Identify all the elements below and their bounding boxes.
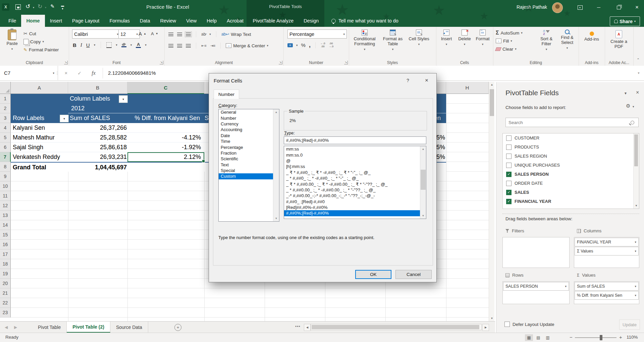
area-pill--diff-from-kalyani-sen[interactable]: % Diff. from Kalyani Sen▾	[575, 291, 639, 300]
fields-scroll-down-icon[interactable]: ▼	[634, 203, 639, 209]
format-code-item[interactable]: [Red]##,#0%-#,##0%	[284, 205, 420, 210]
field-item-products[interactable]: PRODUCTS	[503, 142, 639, 152]
font-size-combo[interactable]: 12▾	[118, 30, 140, 39]
number-format-combo[interactable]: Percentage▾	[287, 30, 347, 39]
scroll-up-icon[interactable]: ▲	[489, 82, 495, 88]
category-scroll-up-icon[interactable]: ▲	[273, 109, 279, 115]
field-item-unique-purchases[interactable]: UNIQUE PURCHASES	[503, 161, 639, 170]
pivot-sales-cell[interactable]: 25,28,582	[68, 133, 128, 142]
area-pill--values[interactable]: Σ Values▾	[575, 247, 639, 255]
cancel-button[interactable]: Cancel	[395, 270, 432, 279]
field-item-financial-year[interactable]: ✓FINANCIAL YEAR	[503, 197, 639, 206]
select-all-corner[interactable]	[0, 82, 11, 94]
align-middle-icon[interactable]	[177, 33, 182, 36]
update-button[interactable]: Update	[619, 320, 640, 330]
column-labels-filter-icon[interactable]: ▾	[119, 95, 128, 103]
row-header-11[interactable]: 11	[0, 191, 11, 201]
tab-pivottable-analyze[interactable]: PivotTable Analyze	[248, 15, 299, 27]
zoom-slider-track[interactable]	[575, 337, 616, 338]
fill-handle[interactable]	[202, 160, 205, 163]
borders-caret-icon[interactable]: ▾	[116, 43, 117, 47]
align-left-icon[interactable]	[168, 44, 173, 48]
format-code-item[interactable]: mm:ss	[284, 146, 420, 152]
grow-font-button[interactable]: A▲	[139, 30, 146, 38]
tab-acrobat[interactable]: Acrobat	[222, 15, 249, 27]
tab-design[interactable]: Design	[299, 15, 324, 27]
orientation-icon[interactable]: ab̷	[201, 32, 206, 37]
pill-caret-icon[interactable]: ▾	[635, 294, 636, 297]
format-code-item[interactable]: #,##0%;[Red]-#,##0%	[284, 210, 420, 216]
zoom-out-icon[interactable]: −	[570, 334, 573, 340]
tab-review[interactable]: Review	[155, 15, 181, 27]
ok-button[interactable]: OK	[355, 270, 391, 279]
undo-caret-icon[interactable]: ▾	[33, 6, 34, 9]
column-header-A[interactable]: A	[11, 82, 68, 94]
horizontal-scroll-thumb[interactable]	[312, 325, 479, 329]
autosum-button[interactable]: ΣAutoSum▾	[496, 29, 523, 37]
tab-help[interactable]: Help	[202, 15, 222, 27]
clipboard-launcher-icon[interactable]: ↘	[64, 61, 68, 64]
hscroll-left-icon[interactable]: ◀	[304, 324, 311, 331]
orientation-caret-icon[interactable]: ▾	[209, 33, 211, 36]
pill-caret-icon[interactable]: ▾	[635, 240, 636, 244]
code-scroll-up-icon[interactable]: ▲	[420, 146, 426, 152]
tab-file[interactable]: File	[3, 15, 21, 27]
pivot-sales-cell[interactable]: 26,37,266	[68, 123, 128, 133]
row-header-16[interactable]: 16	[0, 240, 11, 249]
field-checkbox[interactable]: ✓	[506, 199, 512, 204]
values-area[interactable]: Sum of SALES▾% Diff. from Kalyani Sen▾	[574, 281, 639, 304]
normal-view-icon[interactable]: ▦	[525, 334, 533, 341]
qat-customize-icon[interactable]: ▬▾	[61, 4, 64, 10]
horizontal-scrollbar[interactable]	[311, 324, 482, 330]
excel-app-icon[interactable]: X	[2, 3, 9, 11]
row-header-15[interactable]: 15	[0, 230, 11, 240]
tab-formulas[interactable]: Formulas	[104, 15, 135, 27]
sheet-nav-left-icon[interactable]: ◀	[5, 322, 8, 333]
insert-function-icon[interactable]: fx	[88, 66, 99, 80]
pill-caret-icon[interactable]: ▾	[635, 285, 636, 288]
category-item-currency[interactable]: Currency	[219, 121, 275, 127]
pivot-name-cell[interactable]: Sajal Singh	[13, 142, 43, 152]
hscroll-right-icon[interactable]: ▶	[482, 324, 489, 331]
row-header-2[interactable]: 2	[0, 104, 11, 113]
new-sheet-button[interactable]: +	[174, 324, 181, 331]
fill-button[interactable]: ↓Fill▾	[496, 37, 523, 45]
gear-caret-icon[interactable]: ▾	[633, 105, 634, 108]
vertical-scroll-thumb[interactable]	[490, 89, 494, 116]
align-bottom-icon[interactable]	[186, 33, 191, 36]
insert-cells-button[interactable]: ◂ Insert▾	[438, 30, 455, 46]
format-code-item[interactable]: mm:ss.0	[284, 152, 420, 158]
collapse-ribbon-icon[interactable]: ⌃	[637, 58, 640, 62]
field-checkbox[interactable]	[506, 145, 512, 150]
format-code-item[interactable]: @	[284, 158, 420, 164]
pill-caret-icon[interactable]: ▾	[635, 249, 636, 253]
align-center-icon[interactable]	[177, 44, 182, 48]
number-launcher-icon[interactable]: ↘	[344, 61, 348, 64]
addins-button[interactable]: Add-ins	[581, 32, 602, 42]
percent-style-button[interactable]: %	[301, 42, 306, 48]
user-name[interactable]: Rajesh Pathak	[517, 4, 547, 10]
row-header-19[interactable]: 19	[0, 269, 11, 279]
restore-button[interactable]	[611, 2, 627, 13]
row-header-20[interactable]: 20	[0, 279, 11, 288]
search-input[interactable]	[506, 120, 631, 125]
increase-decimal-icon[interactable]: ←.0.00	[320, 42, 325, 48]
save-icon[interactable]	[15, 4, 21, 10]
format-painter-button[interactable]: ✎Format Painter	[23, 46, 59, 54]
align-right-icon[interactable]	[186, 44, 191, 48]
column-header-B[interactable]: B	[68, 82, 127, 94]
underline-button[interactable]: U	[86, 42, 90, 48]
underline-caret-icon[interactable]: ▾	[94, 43, 96, 47]
redo-icon[interactable]: ↻	[38, 4, 42, 9]
accounting-format-icon[interactable]: ¤	[287, 43, 293, 47]
row-header-1[interactable]: 1	[0, 94, 11, 104]
code-scrollbar[interactable]: ▲▼	[420, 146, 426, 219]
format-code-item[interactable]: [h]:mm:ss	[284, 164, 420, 169]
format-code-item[interactable]: _ * #,##0.00_ ;_ * -#,##0.00_ ;_ * "-"??…	[284, 187, 420, 193]
dialog-help-icon[interactable]: ?	[403, 76, 413, 85]
row-header-5[interactable]: 5	[0, 133, 11, 142]
comma-style-button[interactable]: ,	[309, 42, 311, 49]
pivot-diff-cell[interactable]	[127, 123, 203, 133]
pivot-name-cell[interactable]: Kalyani Sen	[13, 123, 45, 133]
pivot-diff-cell[interactable]: -4.12%	[127, 133, 203, 142]
